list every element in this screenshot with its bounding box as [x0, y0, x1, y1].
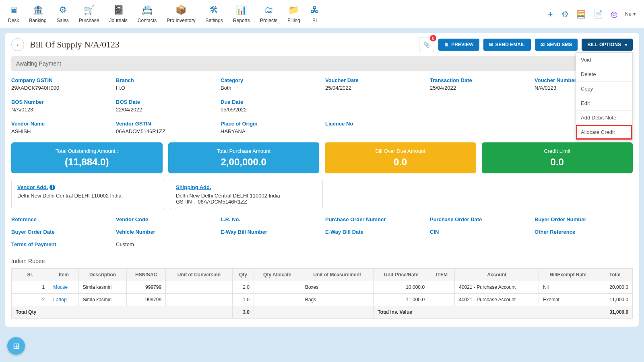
nav-item-banking[interactable]: 🏦Banking — [29, 5, 46, 23]
gear-icon[interactable]: ⚙ — [561, 9, 569, 19]
ref-empty — [430, 241, 528, 247]
address-row: Vendor Add. i Delhi New Delhi Central DE… — [5, 180, 639, 216]
field-company-gstin: Company GSTIN29AADCK7940H000 — [11, 77, 109, 91]
calculator-icon[interactable]: 🧮 — [576, 9, 586, 19]
preview-label: PREVIEW — [451, 42, 473, 47]
bill-options-button[interactable]: BILL OPTIONS▾ — [582, 39, 633, 51]
chevron-down-icon: ▾ — [633, 11, 636, 17]
field-vendor-name: Vendor NameASHISH — [11, 121, 109, 134]
cell: 20,000.0 — [597, 281, 633, 294]
back-button[interactable]: ‹ — [11, 38, 24, 51]
card-value: (11,884.0) — [15, 156, 159, 168]
nav-item-contacts[interactable]: 📇Contacts — [138, 5, 157, 23]
cell: Bags — [301, 294, 373, 306]
cell: Simla kasmiri — [78, 294, 126, 306]
page-title: Bill Of Supply N/A/0123 — [30, 39, 120, 50]
header-actions: 📎 0 🗎PREVIEW ✉SEND EMAIL ✉SEND SMS BILL … — [419, 37, 633, 52]
status-bar: Awaiting Payment — [11, 56, 633, 71]
page: ‹ Bill Of Supply N/A/0123 📎 0 🗎PREVIEW ✉… — [5, 33, 639, 327]
gstin-value: 06AADCM5146R1ZZ — [198, 199, 247, 205]
cell[interactable]: Lattop — [49, 294, 79, 306]
value: HARYANA — [221, 128, 319, 134]
vendor-addr-title-text: Vendor Add. — [17, 184, 48, 190]
bill-option-edit[interactable]: Edit — [576, 96, 632, 111]
nav-label: Banking — [29, 18, 46, 23]
refs-grid: ReferenceVendor CodeL.R. No.Purchase Ord… — [5, 216, 639, 254]
vendor-address-title[interactable]: Vendor Add. i — [17, 184, 55, 190]
col-sr-: Sr. — [12, 269, 49, 281]
field-empty4 — [430, 121, 528, 134]
items-table: Sr.ItemDescriptionHSN/SACUnit of Convers… — [11, 268, 633, 319]
bill-option-delete[interactable]: Delete — [576, 67, 632, 82]
shipping-addr-line: Delhi New Delhi Central DELHI 110002 Ind… — [176, 193, 317, 199]
shipping-address-title[interactable]: Shipping Add. — [176, 184, 211, 190]
nav-item-purchase[interactable]: 🛒Purchase — [79, 5, 99, 23]
ref-reference: Reference — [11, 216, 109, 222]
label: Branch — [116, 77, 214, 83]
field-branch: BranchH.O — [116, 77, 214, 91]
card-value: 0.0 — [486, 156, 629, 168]
cell[interactable]: Mouse — [49, 281, 79, 294]
send-email-button[interactable]: ✉SEND EMAIL — [483, 39, 531, 51]
note-icon[interactable]: 📄 — [593, 9, 603, 19]
card-outstanding: Total Outstanding Amount : (11,884.0) — [11, 142, 163, 173]
nav-label: Projects — [260, 18, 277, 23]
cell — [429, 281, 455, 294]
bill-option-void[interactable]: Void — [576, 53, 632, 67]
ref-custom: Custom — [116, 241, 214, 247]
nav-item-reports[interactable]: 📊Reports — [233, 5, 250, 23]
value: ASHISH — [11, 128, 109, 134]
badge-icon[interactable]: ◎ — [611, 9, 617, 19]
footer-cell — [429, 306, 597, 319]
field-place-of-origin: Place of OriginHARYANA — [221, 121, 319, 134]
shipping-gstin-line: GSTIN : 06AADCM5146R1ZZ — [176, 199, 317, 205]
ref-buyer-order-date: Buyer Order Date — [11, 229, 109, 235]
nav-item-sales[interactable]: ⚙Sales — [57, 5, 69, 23]
value: N/A/0123 — [11, 107, 109, 113]
footer-cell — [49, 306, 233, 319]
nav-item-pro-inventory[interactable]: 📦Pro Inventory — [167, 5, 195, 23]
summary-cards: Total Outstanding Amount : (11,884.0) To… — [5, 142, 639, 180]
attachment-button[interactable]: 📎 0 — [419, 37, 434, 52]
cell: 11,000.0 — [374, 294, 429, 306]
vendor-addr-line: Delhi New Delhi Central DELHI 110002 Ind… — [17, 193, 158, 199]
cell: 2 — [12, 294, 49, 306]
cell: 1 — [12, 281, 49, 294]
bill-option-allocate-credit[interactable]: Allocate Credit — [576, 125, 632, 140]
label: Transaction Date — [430, 77, 528, 83]
field-vendor-gstin: Vendor GSTIN06AADCM5146R1ZZ — [116, 121, 214, 134]
nav-item-filling[interactable]: 📁Filling — [287, 5, 300, 23]
cell: Boxes — [301, 281, 373, 294]
nav-item-settings[interactable]: 🛠Settings — [206, 5, 223, 23]
caret-down-icon: ▾ — [625, 43, 627, 47]
cell: Exempt — [539, 294, 597, 306]
col-hsn-sac: HSN/SAC — [127, 269, 166, 281]
send-sms-button[interactable]: ✉SEND SMS — [535, 39, 578, 51]
ref-terms-of-payment: Terms of Payment — [11, 241, 109, 247]
settings-icon: 🛠 — [210, 5, 219, 15]
ref-cin: CIN — [430, 229, 528, 235]
user-menu[interactable]: Ne ▾ — [625, 11, 636, 17]
sales-icon: ⚙ — [59, 5, 67, 15]
bill-option-add-debit-note[interactable]: Add Debit Note — [576, 111, 632, 125]
label: Category — [221, 77, 319, 83]
field-transaction-date: Transaction Date25/04/2022 — [430, 77, 528, 91]
bill-options-dropdown: VoidDeleteCopyEditAdd Debit NoteAllocate… — [576, 52, 633, 140]
shipping-addr-title-text: Shipping Add. — [176, 184, 211, 190]
bill-option-copy[interactable]: Copy — [576, 82, 632, 96]
items-table-wrap: Sr.ItemDescriptionHSN/SACUnit of Convers… — [5, 268, 639, 327]
nav-label: Desk — [8, 18, 19, 23]
cell: 2.0 — [232, 281, 254, 294]
nav-item-journals[interactable]: 📓Journals — [109, 5, 127, 23]
preview-button[interactable]: 🗎PREVIEW — [438, 39, 479, 51]
card-value: 0.0 — [329, 156, 472, 168]
label: Licence No — [325, 121, 423, 127]
add-icon[interactable]: ＋ — [546, 8, 554, 19]
purchase-icon: 🛒 — [84, 5, 95, 15]
nav-item-projects[interactable]: 🗂Projects — [260, 5, 277, 23]
desk-icon: 🖥 — [9, 5, 18, 15]
nav-item-desk[interactable]: 🖥Desk — [8, 5, 19, 23]
nav-item-bi[interactable]: 🖧BI — [310, 5, 319, 23]
filling-icon: 📁 — [288, 5, 299, 15]
topnav-right: ＋ ⚙ 🧮 📄 ◎ Ne ▾ — [546, 8, 636, 19]
